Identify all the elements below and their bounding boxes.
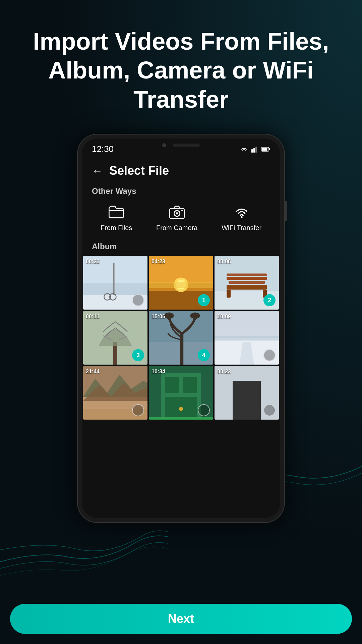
status-time: 12:30 xyxy=(92,144,114,154)
video-thumbnail-3[interactable]: 00:06 2 xyxy=(215,256,279,310)
svg-rect-23 xyxy=(149,282,213,288)
app-content: ← Select File Other Ways From Files xyxy=(82,157,280,517)
wifi-transfer-icon xyxy=(233,203,250,221)
camera-icon xyxy=(168,203,186,221)
svg-rect-30 xyxy=(227,277,267,280)
video-duration-6: 10:09 xyxy=(217,314,231,320)
status-icons xyxy=(240,146,270,153)
video-duration-2: 04:23 xyxy=(152,259,165,265)
svg-rect-50 xyxy=(183,377,197,393)
svg-rect-5 xyxy=(262,148,267,151)
phone-side-button xyxy=(285,201,287,221)
album-section-label: Album xyxy=(82,238,280,256)
wifi-transfer-label: WiFi Transfer xyxy=(222,224,261,232)
video-thumbnail-8[interactable]: 10:34 xyxy=(149,366,213,420)
battery-icon xyxy=(261,147,270,152)
selection-badge-9 xyxy=(263,404,276,416)
video-duration-8: 10:34 xyxy=(152,369,165,375)
video-thumbnail-1[interactable]: 00:22 xyxy=(83,256,147,310)
wifi-status-icon xyxy=(240,146,248,153)
svg-point-40 xyxy=(190,313,200,319)
svg-rect-43 xyxy=(215,336,279,340)
selection-badge-2[interactable]: 1 xyxy=(198,294,210,306)
video-thumbnail-9[interactable]: 00:23 xyxy=(215,366,279,420)
phone-outer: 12:30 xyxy=(77,134,285,523)
selection-badge-8 xyxy=(198,404,210,416)
main-title: Import Videos From Files, Album, Camera … xyxy=(20,27,342,114)
video-duration-1: 00:22 xyxy=(86,259,100,265)
svg-point-39 xyxy=(164,313,174,319)
video-duration-7: 21:44 xyxy=(86,369,100,375)
video-duration-9: 00:23 xyxy=(217,369,231,375)
svg-rect-15 xyxy=(113,263,115,295)
video-thumbnail-6[interactable]: 10:09 xyxy=(215,311,279,365)
svg-rect-2 xyxy=(255,147,257,153)
next-button-container: Next xyxy=(0,597,362,644)
svg-rect-4 xyxy=(269,148,270,150)
wifi-transfer-option[interactable]: WiFi Transfer xyxy=(222,203,261,232)
svg-rect-1 xyxy=(253,148,255,153)
back-button[interactable]: ← xyxy=(92,165,103,177)
svg-rect-28 xyxy=(227,290,231,298)
selection-badge-7 xyxy=(132,404,144,416)
speaker-grille xyxy=(173,144,200,147)
folder-icon xyxy=(108,203,125,221)
video-thumbnail-4[interactable]: 00:11 3 xyxy=(83,311,147,365)
svg-point-9 xyxy=(181,210,183,211)
front-camera xyxy=(162,143,166,147)
app-header: ← Select File xyxy=(82,157,280,181)
selection-badge-1 xyxy=(132,294,144,306)
svg-rect-27 xyxy=(229,281,265,284)
video-duration-3: 00:06 xyxy=(217,259,231,265)
page-title: Select File xyxy=(109,164,169,178)
selection-badge-5[interactable]: 4 xyxy=(198,349,210,361)
phone-screen: 12:30 xyxy=(82,139,280,518)
svg-point-10 xyxy=(241,216,242,218)
video-duration-5: 15:06 xyxy=(152,314,165,320)
from-files-label: From Files xyxy=(101,224,132,232)
title-area: Import Videos From Files, Album, Camera … xyxy=(0,0,362,127)
phone-container: 12:30 xyxy=(0,134,362,523)
svg-rect-56 xyxy=(233,381,261,405)
selection-badge-6 xyxy=(263,349,276,361)
photo-grid: 00:22 xyxy=(82,256,280,420)
svg-rect-49 xyxy=(165,377,179,393)
svg-rect-13 xyxy=(83,283,147,295)
svg-point-8 xyxy=(176,212,178,215)
svg-rect-31 xyxy=(227,274,267,276)
next-button[interactable]: Next xyxy=(10,604,352,634)
import-options: From Files From Camera xyxy=(82,200,280,238)
video-thumbnail-7[interactable]: 21:44 xyxy=(83,366,147,420)
other-ways-label: Other Ways xyxy=(82,181,280,200)
svg-rect-26 xyxy=(227,285,267,289)
video-thumbnail-2[interactable]: 04:23 1 xyxy=(149,256,213,310)
signal-icon xyxy=(251,146,258,153)
svg-rect-53 xyxy=(149,417,213,420)
from-camera-label: From Camera xyxy=(156,224,197,232)
from-camera-option[interactable]: From Camera xyxy=(156,203,197,232)
from-files-option[interactable]: From Files xyxy=(101,203,132,232)
video-duration-4: 00:11 xyxy=(86,314,100,320)
selection-badge-3[interactable]: 2 xyxy=(263,294,276,306)
video-thumbnail-5[interactable]: 15:06 4 xyxy=(149,311,213,365)
phone-notch xyxy=(162,143,200,147)
selection-badge-4[interactable]: 3 xyxy=(132,349,144,361)
status-bar: 12:30 xyxy=(82,139,280,157)
svg-rect-0 xyxy=(251,149,253,153)
svg-point-52 xyxy=(179,407,183,411)
